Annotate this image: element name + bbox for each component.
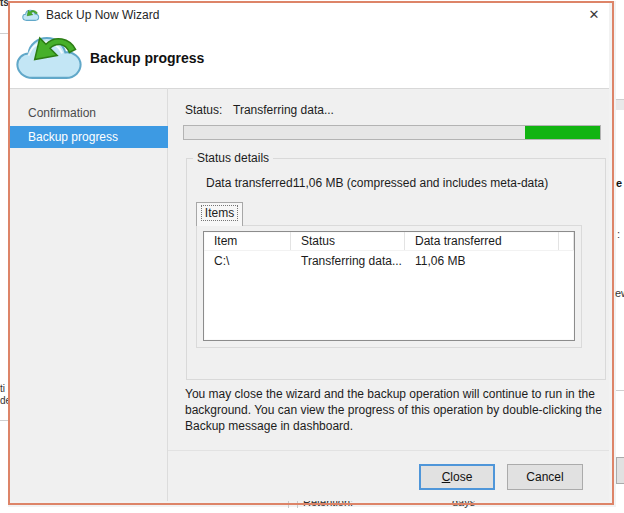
wizard-header: Backup progress	[10, 28, 609, 88]
column-header-data-transferred[interactable]: Data transferred	[405, 232, 559, 250]
data-transferred-value: 11,06 MB (compressed and includes meta-d…	[293, 176, 548, 190]
wizard-steps-sidebar: Confirmation Backup progress	[10, 88, 168, 501]
cell-status: Transferring data...	[291, 251, 405, 272]
table-row[interactable]: C:\ Transferring data... 11,06 MB	[204, 251, 574, 272]
status-value: Transferring data...	[233, 103, 334, 117]
sidebar-item-confirmation[interactable]: Confirmation	[10, 102, 168, 124]
bg-line	[0, 420, 8, 421]
bg-partial-button	[616, 457, 624, 484]
column-header-status[interactable]: Status	[291, 232, 405, 250]
items-tab-page: Item Status Data transferred C:\ Transfe…	[196, 225, 582, 348]
tab-items[interactable]: Items	[196, 202, 243, 226]
screenshot-root: ts ti de e : ew Retention: days Back Up …	[0, 0, 624, 513]
bg-line	[0, 33, 8, 34]
bg-fragment-left-1: ti	[0, 383, 9, 394]
bg-fragment-right-3: ew	[615, 287, 624, 299]
bg-fragment-right-2: :	[617, 228, 624, 240]
bg-fragment-top-left: ts	[0, 0, 9, 8]
bg-fragment-right-1: e	[616, 177, 624, 189]
backup-wizard-dialog: Back Up Now Wizard ✕ Backup progress Con…	[10, 2, 609, 501]
sidebar-item-backup-progress[interactable]: Backup progress	[10, 126, 168, 148]
status-details-group: Status details Data transferred: 11,06 M…	[186, 158, 606, 380]
progress-fill	[525, 126, 600, 139]
progress-bar	[183, 125, 601, 140]
app-cloud-icon	[22, 9, 40, 25]
page-title: Backup progress	[90, 28, 204, 88]
close-icon[interactable]: ✕	[582, 5, 606, 25]
cancel-button[interactable]: Cancel	[507, 464, 583, 490]
group-label: Status details	[193, 151, 273, 165]
close-button[interactable]: Close	[419, 464, 495, 490]
column-header-empty	[559, 232, 574, 250]
window-title: Back Up Now Wizard	[46, 2, 159, 28]
status-label: Status:	[185, 103, 222, 117]
tab-items-label: Items	[202, 206, 237, 220]
backup-cloud-icon	[14, 33, 86, 87]
cell-item: C:\	[204, 251, 291, 272]
wizard-note-text: You may close the wizard and the backup …	[185, 386, 621, 434]
items-table: Item Status Data transferred C:\ Transfe…	[203, 231, 575, 341]
bg-fragment-left-2: de	[0, 395, 9, 406]
cell-data-transferred: 11,06 MB	[405, 251, 559, 272]
title-bar: Back Up Now Wizard ✕	[10, 2, 609, 28]
data-transferred-label: Data transferred:	[206, 176, 296, 190]
bg-band	[616, 100, 624, 110]
button-area-separator	[168, 450, 609, 451]
column-header-item[interactable]: Item	[204, 232, 291, 250]
table-header-row: Item Status Data transferred	[204, 232, 574, 251]
